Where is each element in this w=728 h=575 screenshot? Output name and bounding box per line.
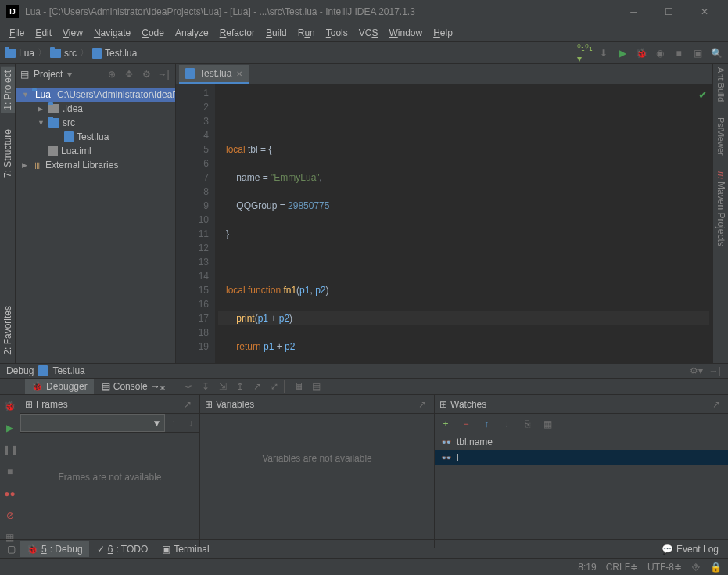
restore-frames-icon[interactable]: ↗	[181, 397, 195, 411]
stop-icon[interactable]: ■	[672, 46, 686, 60]
hide-debug-icon[interactable]: →|	[708, 364, 722, 378]
layout-icon[interactable]: ▣	[690, 46, 705, 60]
minimize-button[interactable]: ─	[616, 1, 651, 23]
coverage-icon[interactable]: ◉	[653, 46, 667, 60]
gear-icon[interactable]: ⚙▾	[689, 364, 703, 378]
menu-window[interactable]: Window	[384, 26, 427, 40]
editor-tab-testlua[interactable]: Test.lua ✕	[179, 65, 249, 84]
bottom-tool-bar: ▢ 🐞5: 5: DebugDebug ✓6: TODO ▣Terminal 💬…	[0, 539, 728, 558]
bottom-eventlog[interactable]: 💬Event Log	[655, 541, 725, 557]
hide-icon[interactable]: →|	[156, 67, 170, 81]
watch-item-tblname[interactable]: 👓tbl.name	[435, 434, 728, 450]
menu-view[interactable]: View	[58, 26, 88, 40]
status-bar: 8:19 CRLF≑ UTF-8≑ ⯑ 🔒	[0, 558, 728, 575]
watch-up-icon[interactable]: ↑	[479, 416, 494, 432]
menu-refactor[interactable]: Refactor	[215, 26, 260, 40]
maximize-button[interactable]: ☐	[651, 1, 687, 23]
file-icon	[48, 146, 58, 156]
bottom-debug[interactable]: 🐞5: 5: DebugDebug	[20, 541, 89, 557]
search-icon[interactable]: 🔍	[709, 46, 723, 60]
rail-maven[interactable]: m Maven Projects	[715, 171, 726, 246]
editor-tab-label: Test.lua	[199, 68, 231, 79]
menu-vcs[interactable]: VCS	[354, 26, 383, 40]
thread-dropdown[interactable]: ▼	[149, 414, 165, 432]
menu-tools[interactable]: Tools	[321, 26, 353, 40]
breadcrumb-root[interactable]: Lua	[5, 48, 34, 59]
evaluate-icon[interactable]: ⤢	[267, 379, 282, 394]
tree-idea[interactable]: ▶.idea	[16, 102, 175, 116]
line-separator[interactable]: CRLF≑	[606, 562, 638, 573]
add-watch-icon[interactable]: +	[438, 416, 454, 432]
menu-navigate[interactable]: Navigate	[89, 26, 135, 40]
rail-structure[interactable]: 7: Structure	[2, 129, 13, 178]
show-watches-icon[interactable]: ▦	[540, 416, 555, 432]
lock-icon[interactable]: 🔒	[710, 562, 722, 573]
insert-context-icon[interactable]: ⯑	[691, 562, 701, 573]
breadcrumb: Lua 〉 src 〉 Test.lua	[5, 46, 137, 59]
debug-icon[interactable]: 🐞	[634, 46, 648, 60]
settings-icon[interactable]: ⚙	[139, 67, 153, 81]
code-content[interactable]: ✔ local tbl = { name = "EmmyLua", QQGrou…	[215, 84, 712, 363]
menu-code[interactable]: Code	[137, 26, 169, 40]
breadcrumb-src[interactable]: src	[50, 48, 77, 59]
step-over-icon[interactable]: ⤻	[181, 379, 196, 394]
watches-title: Watches	[450, 399, 486, 410]
menu-analyze[interactable]: Analyze	[170, 26, 213, 40]
debugger-tab[interactable]: 🐞Debugger	[25, 379, 94, 394]
tree-testlua[interactable]: Test.lua	[16, 130, 175, 144]
prev-frame-icon[interactable]: ↑	[165, 414, 182, 432]
run-icon[interactable]: ▶	[615, 46, 629, 60]
console-tab[interactable]: ▤Console →⁎	[95, 379, 171, 394]
next-frame-icon[interactable]: ↓	[182, 414, 199, 432]
file-icon	[92, 48, 102, 59]
rail-project[interactable]: 1: Project	[1, 67, 15, 113]
build-icon[interactable]: ⬇	[597, 46, 611, 60]
restore-watches-icon[interactable]: ↗	[709, 397, 723, 411]
view-breakpoints-icon[interactable]: ●●	[2, 486, 18, 501]
pause-icon[interactable]: ❚❚	[2, 442, 18, 458]
tree-src[interactable]: ▼src	[16, 116, 175, 130]
mute-breakpoints-icon[interactable]: ⊘	[2, 508, 18, 523]
watch-item-i[interactable]: 👓i	[435, 450, 728, 465]
menu-file[interactable]: File	[5, 26, 29, 40]
project-tree: ▼ Lua C:\Users\Administrator\IdeaProject…	[16, 84, 175, 175]
tree-external[interactable]: ▶⫼External Libraries	[16, 158, 175, 172]
step-out-icon[interactable]: ↥	[232, 379, 248, 394]
rail-favorites[interactable]: 2: Favorites	[2, 306, 13, 355]
duplicate-watch-icon[interactable]: ⎘	[519, 416, 535, 432]
stop-debug-icon[interactable]: ■	[2, 464, 18, 480]
tool-window-quick-access[interactable]: ▢	[3, 544, 19, 555]
rail-ant[interactable]: Ant Build	[716, 67, 726, 102]
menu-run[interactable]: Run	[293, 26, 320, 40]
menu-help[interactable]: Help	[429, 26, 457, 40]
thread-selector[interactable]	[20, 414, 149, 432]
editor-body[interactable]: 12345678910111213141516171819 ✔ local tb…	[176, 84, 712, 363]
step-into-icon[interactable]: ↧	[198, 379, 213, 394]
window-titlebar: IJ Lua - [C:\Users\Administrator\IdeaPro…	[0, 0, 728, 23]
rail-psi[interactable]: PsiViewer	[716, 117, 726, 156]
breadcrumb-file[interactable]: Test.lua	[92, 48, 137, 59]
close-tab-icon[interactable]: ✕	[236, 70, 242, 78]
variables-na: Variables are not available	[200, 453, 434, 464]
bottom-terminal[interactable]: ▣Terminal	[156, 541, 215, 557]
evaluate-expr-icon[interactable]: 🖩	[292, 379, 307, 394]
remove-watch-icon[interactable]: −	[458, 416, 474, 432]
bottom-todo[interactable]: ✓6: TODO	[91, 541, 155, 557]
run-config-icon[interactable]: ⁰₁⁰₁ ▾	[578, 46, 592, 60]
force-step-icon[interactable]: ⇲	[215, 379, 231, 394]
cursor-position[interactable]: 8:19	[578, 562, 596, 573]
tree-iml[interactable]: Lua.iml	[16, 144, 175, 158]
more-icon[interactable]: ▤	[309, 379, 325, 394]
rerun-icon[interactable]: 🐞	[2, 398, 18, 414]
tree-root[interactable]: ▼ Lua C:\Users\Administrator\IdeaProject…	[16, 88, 175, 102]
locate-icon[interactable]: ✥	[122, 67, 136, 81]
restore-vars-icon[interactable]: ↗	[415, 397, 429, 411]
menu-build[interactable]: Build	[261, 26, 292, 40]
file-encoding[interactable]: UTF-8≑	[647, 562, 682, 573]
menu-edit[interactable]: Edit	[30, 26, 56, 40]
close-button[interactable]: ✕	[687, 1, 722, 23]
run-to-cursor-icon[interactable]: ↗	[249, 379, 265, 394]
resume-icon[interactable]: ▶	[2, 420, 18, 436]
watch-down-icon[interactable]: ↓	[499, 416, 515, 432]
collapse-icon[interactable]: ⊕	[105, 67, 119, 81]
